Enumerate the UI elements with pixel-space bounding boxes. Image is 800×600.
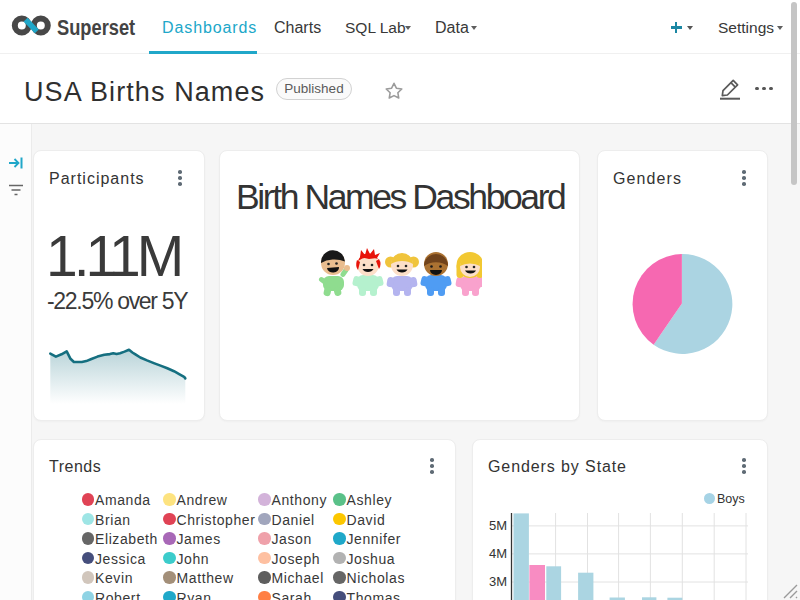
- svg-text:5M: 5M: [489, 518, 507, 533]
- svg-text:4M: 4M: [489, 546, 507, 561]
- svg-text:3M: 3M: [489, 574, 507, 589]
